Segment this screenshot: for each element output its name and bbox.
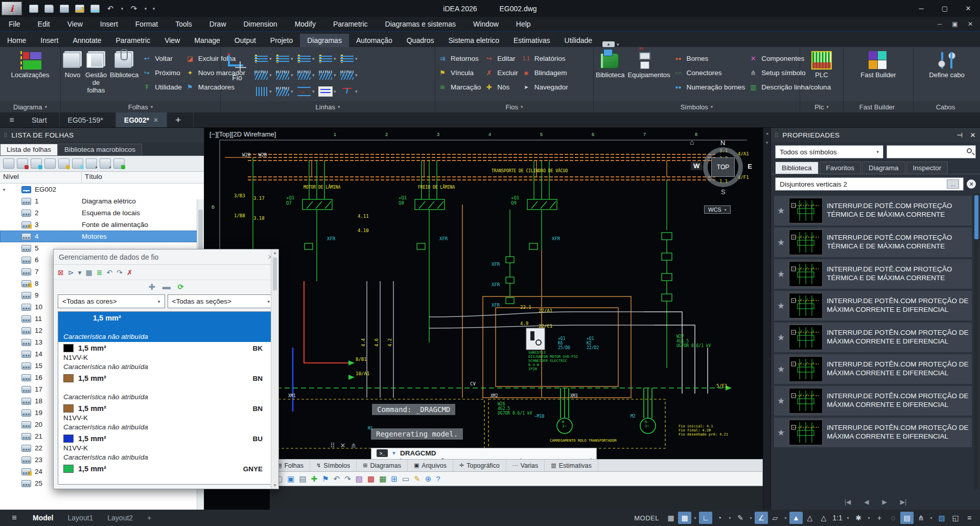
excluir-icon[interactable]: ✗ Excluir	[484, 66, 518, 79]
color-filter-dropdown[interactable]: <Todas as cores>▾	[58, 294, 165, 308]
isolate-objects-toggle[interactable]: ◌	[886, 512, 900, 524]
annotation-monitor-icon[interactable]: +	[873, 512, 886, 524]
wire-type-icon[interactable]	[340, 54, 354, 63]
ribbon-tab[interactable]: Quadros	[400, 34, 441, 47]
drawing-tabs-menu-icon[interactable]: ≡	[0, 116, 24, 125]
remove-wire-icon[interactable]: ▬	[162, 282, 171, 291]
navigator-tab[interactable]: ⊞ Diagramas	[357, 460, 408, 471]
sheet-row[interactable]: 4 Motores	[0, 231, 204, 242]
define-cabo-button[interactable]: Define cabo	[928, 50, 965, 79]
ortho-mode-toggle[interactable]: ∟	[699, 512, 712, 524]
symbol-list-item[interactable]: ★ INTERRUP.DE POTÊ.COM PROTEÇÃO	[774, 196, 972, 225]
object-snap-tracking-toggle[interactable]: ∠	[755, 512, 768, 524]
properties-tab[interactable]: Inspector	[906, 162, 948, 174]
fast-builder-button[interactable]: Fast Builder	[860, 50, 896, 79]
frame-icon[interactable]: ▭	[402, 474, 409, 484]
print-sheets-icon[interactable]	[72, 158, 83, 169]
snap-chevron-icon[interactable]: ▾	[692, 512, 698, 524]
viewcube-west[interactable]: W	[691, 162, 702, 170]
wire-type-icon[interactable]	[254, 54, 268, 63]
palette-autohide-strip[interactable]: ◂ ▾	[763, 128, 771, 510]
biblioteca-folhas-button[interactable]: Biblioteca	[110, 50, 138, 79]
doc-close-icon[interactable]: ✕	[963, 20, 978, 28]
ribbon-tab[interactable]: Estimativas	[506, 34, 557, 47]
chevron-down-icon[interactable]: ▾	[269, 89, 274, 94]
menu-item[interactable]: Help	[507, 20, 540, 28]
wire-entry[interactable]: 1,5 mm² BU N1VV-K Característica não atr…	[58, 432, 274, 463]
menu-item[interactable]: Format	[127, 20, 167, 28]
grid-display-toggle[interactable]: ▦	[664, 512, 678, 524]
open-library-icon[interactable]: ▣	[287, 474, 294, 484]
report-icon[interactable]: ▤	[299, 474, 306, 484]
panel-label-cabos[interactable]: Cabos	[914, 101, 980, 112]
sheet-row[interactable]: ▾ EG002	[0, 184, 204, 195]
chevron-down-icon[interactable]: ▾	[291, 89, 296, 94]
symbol-filter-dropdown[interactable]: Todos os símbolos▾	[775, 145, 883, 158]
edit-sheet-icon[interactable]	[58, 158, 69, 169]
navigator-tab[interactable]: ↯ Símbolos	[310, 460, 357, 471]
chevron-down-icon[interactable]: ▾	[334, 89, 339, 94]
ribbon-tab[interactable]: Manage	[187, 34, 227, 47]
horizontal-scrollbar[interactable]	[270, 486, 763, 510]
blindagem-icon[interactable]: ◉ Blindagem	[521, 66, 568, 79]
wire-type-icon[interactable]	[319, 54, 332, 63]
menu-item[interactable]: Edit	[29, 20, 59, 28]
grid-view-icon[interactable]: ⊞	[391, 474, 398, 484]
chevron-down-icon[interactable]: ▾	[291, 73, 296, 78]
navegador-icon[interactable]: ➤ Navegador	[521, 81, 568, 94]
favorite-star-icon[interactable]: ★	[777, 205, 785, 216]
sheet-panel-tab[interactable]: Lista de folhas	[0, 144, 58, 155]
favorite-star-icon[interactable]: ★	[777, 396, 785, 406]
menu-item[interactable]: Insert	[91, 20, 127, 28]
layout-tab[interactable]: Model	[26, 512, 60, 524]
customization-wrench-icon[interactable]: ⋔	[914, 512, 927, 524]
layout-menu-icon[interactable]: ≡	[4, 513, 25, 522]
wire-tool-icon[interactable]	[340, 87, 354, 96]
column-nivel[interactable]: Nível	[0, 172, 82, 183]
isodraft-chevron-icon[interactable]: ▾	[748, 512, 754, 524]
bookmark-icon[interactable]: ⚑	[322, 474, 329, 484]
ribbon-tab[interactable]: Insert	[33, 34, 65, 47]
localizacoes-button[interactable]: Localizações	[12, 50, 49, 79]
chevron-down-icon[interactable]: ▾	[334, 56, 339, 61]
workspace-switching-icon[interactable]: ✱	[852, 512, 865, 524]
wire-type-icon[interactable]	[276, 54, 289, 63]
edit-icon[interactable]: ✎	[414, 474, 421, 484]
library-filter-field[interactable]: Disjuntores verticais 2 ...	[775, 177, 964, 191]
symbol-list-item[interactable]: ★ INTERRUP.DE POTÊ.COM PROTEÇÃO	[774, 259, 972, 289]
menu-item[interactable]: Draw	[201, 20, 235, 28]
ribbon-tab[interactable]: Automação	[349, 34, 400, 47]
workspace-chevron-icon[interactable]: ▾	[866, 512, 872, 524]
chevron-down-icon[interactable]: ▾	[355, 73, 360, 78]
link-icon[interactable]: ⊕	[425, 474, 432, 484]
chevron-down-icon[interactable]: ▾	[766, 140, 768, 145]
remove-selection-icon[interactable]: ⊠	[58, 268, 64, 277]
polar-chevron-icon[interactable]: ▾	[727, 512, 733, 524]
add-wire-icon[interactable]: ✚	[148, 282, 155, 292]
doc-minimize-icon[interactable]: ─	[932, 20, 947, 28]
retornos-icon[interactable]: ⇉ Retornos	[437, 52, 481, 65]
navigator-tab[interactable]: ▣ Arquivos	[408, 460, 453, 471]
excel-export-icon[interactable]: ▦	[379, 474, 386, 484]
wire-tool-icon[interactable]	[276, 87, 289, 96]
proximo-icon[interactable]: ↪ Próximo	[142, 66, 182, 79]
symbol-search-input[interactable]	[886, 145, 976, 158]
conectores-icon[interactable]: ∩∩ Conectores	[673, 66, 745, 79]
new-sheet-icon[interactable]	[3, 158, 14, 169]
favorite-star-icon[interactable]: ★	[777, 427, 785, 438]
stamp-icon[interactable]: ▨	[356, 474, 363, 484]
novo-button[interactable]: Novo	[63, 50, 82, 79]
menu-item[interactable]: Diagramas e sistemas	[377, 20, 465, 28]
chevron-left-icon[interactable]: ◂	[766, 131, 768, 136]
chevron-down-icon[interactable]: ▼	[391, 450, 396, 456]
polar-tracking-toggle[interactable]: ◔	[713, 512, 726, 524]
select-chevron-icon[interactable]: ▾	[78, 268, 81, 277]
wire-list-scrollbar[interactable]: ▲▼	[271, 249, 278, 489]
column-titulo[interactable]: Título	[82, 172, 105, 183]
properties-tab[interactable]: Biblioteca	[775, 162, 819, 174]
pager-button[interactable]: ▶|	[900, 498, 906, 506]
menu-item[interactable]: Dimension	[235, 20, 286, 28]
drawing-tab[interactable]: EG002*✕	[116, 112, 167, 127]
wire-entry[interactable]: 1,5 mm² BN N1VV-K Característica não atr…	[58, 402, 274, 432]
menu-item[interactable]: Parametric	[324, 20, 377, 28]
